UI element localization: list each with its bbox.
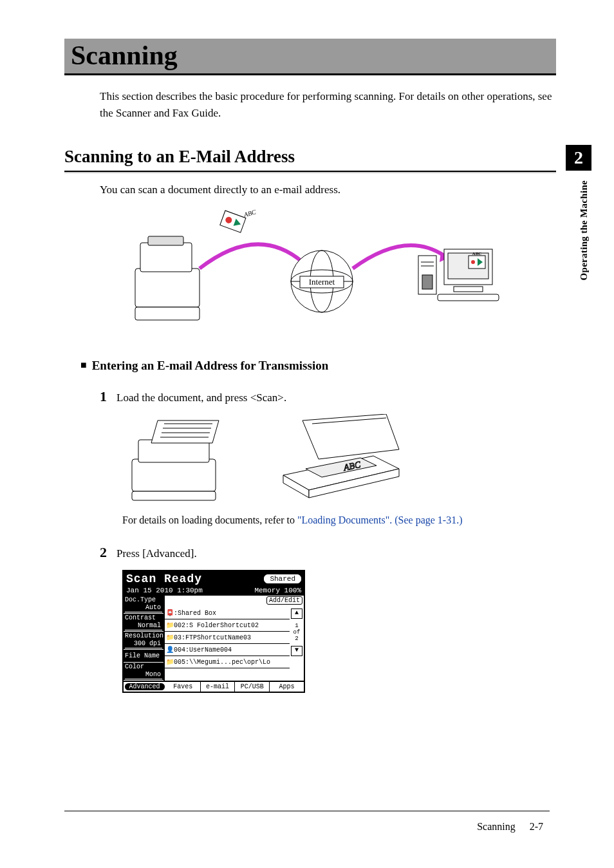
step-2: 2 Press [Advanced]. — [100, 544, 556, 561]
step-2-number: 2 — [100, 544, 114, 561]
svg-rect-1 — [140, 243, 192, 272]
step-1-reference: For details on loading documents, refer … — [122, 514, 556, 526]
adf-load-illustration — [122, 414, 238, 504]
svg-point-23 — [471, 260, 475, 264]
section-heading: Scanning to an E-Mail Address — [64, 147, 556, 172]
diagram-internet-label: Internet — [309, 277, 335, 287]
footer-page-number: 2-7 — [530, 821, 543, 832]
chapter-side-label: Operating the Machine — [579, 180, 590, 280]
svg-rect-16 — [454, 287, 483, 292]
step-2-text: Press [Advanced]. — [116, 547, 197, 560]
lcd-apps-tab[interactable]: Apps — [270, 682, 304, 692]
lcd-advanced-tab[interactable]: Advanced — [125, 683, 165, 690]
chapter-tab: 2 — [566, 145, 591, 171]
lcd-dest-row[interactable]: 👤004:UserName004 — [165, 644, 290, 656]
footer-section: Scanning — [477, 821, 516, 832]
sub-heading: ■Entering an E-mail Address for Transmis… — [80, 359, 556, 373]
lcd-dest-row[interactable]: 📮:Shared Box — [165, 607, 290, 619]
lcd-dest-row[interactable]: 📁002:S FolderShortcut02 — [165, 619, 290, 632]
lcd-add-edit-button[interactable]: Add/Edit — [266, 596, 302, 605]
lcd-status: Scan Ready — [126, 572, 202, 585]
scan-to-email-diagram: ABC Internet — [129, 204, 556, 333]
svg-rect-17 — [438, 294, 499, 301]
step-1-number: 1 — [100, 388, 114, 405]
svg-text:ABC: ABC — [243, 208, 257, 218]
svg-rect-21 — [422, 275, 433, 289]
chapter-intro: This section describes the basic procedu… — [100, 88, 556, 121]
svg-rect-31 — [132, 491, 216, 500]
device-lcd-screenshot: Scan Ready Shared Jan 15 2010 1:30pm Mem… — [122, 570, 305, 693]
lcd-settings-column: Doc.TypeAuto ContrastNormal Resolution30… — [124, 596, 165, 681]
svg-rect-3 — [135, 307, 200, 320]
lcd-email-tab[interactable]: e-mail — [201, 682, 236, 692]
lcd-faves-tab[interactable]: Faves — [166, 682, 201, 692]
step-1-text: Load the document, and press <Scan>. — [116, 392, 286, 404]
chapter-title-bar: Scanning — [64, 39, 556, 75]
lcd-pcusb-tab[interactable]: PC/USB — [235, 682, 270, 692]
svg-rect-24 — [132, 459, 216, 491]
lcd-memory: Memory 100% — [254, 587, 301, 594]
flatbed-load-illustration: ABC — [277, 414, 405, 504]
step-1: 1 Load the document, and press <Scan>. — [100, 388, 556, 405]
lcd-shared-badge: Shared — [264, 574, 301, 583]
page-footer: Scanning 2-7 — [477, 821, 543, 833]
svg-rect-4 — [220, 211, 246, 232]
lcd-dest-row[interactable]: 📁005:\\Megumi...pec\opr\Lo — [165, 656, 290, 668]
lcd-datetime: Jan 15 2010 1:30pm — [126, 587, 203, 594]
lcd-page-indicator: 1 of 2 — [291, 623, 302, 642]
svg-rect-22 — [469, 256, 485, 269]
loading-documents-link[interactable]: "Loading Documents". (See page 1-31.) — [297, 514, 463, 525]
diagram-abc-label: ABC — [472, 251, 482, 256]
lcd-scroll-down[interactable]: ▼ — [291, 646, 302, 656]
chapter-title: Scanning — [71, 40, 550, 71]
svg-rect-0 — [135, 269, 200, 307]
lcd-scroll-up[interactable]: ▲ — [291, 609, 302, 619]
svg-rect-2 — [148, 236, 183, 245]
step-1-illustrations: ABC — [122, 414, 556, 504]
lcd-dest-row[interactable]: 📁03:FTPShortcutName03 — [165, 632, 290, 644]
section-intro: You can scan a document directly to an e… — [100, 184, 556, 196]
